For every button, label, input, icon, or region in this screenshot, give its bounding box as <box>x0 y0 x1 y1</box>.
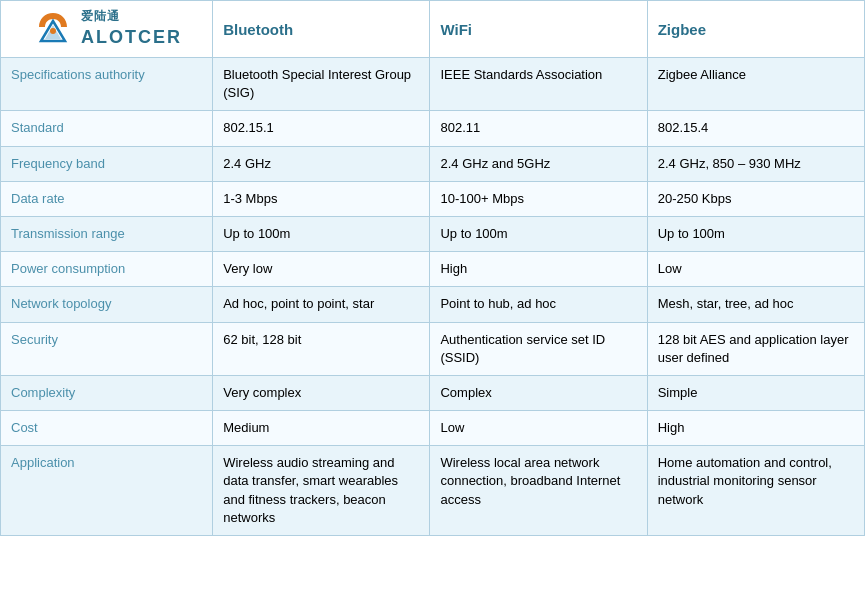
row-label: Frequency band <box>1 146 213 181</box>
header-wifi: WiFi <box>430 1 647 58</box>
row-wifi: Complex <box>430 375 647 410</box>
row-label: Application <box>1 446 213 536</box>
row-wifi: IEEE Standards Association <box>430 58 647 111</box>
logo-text: 爱陆通 ALOTCER <box>81 8 182 50</box>
header-zigbee: Zigbee <box>647 1 864 58</box>
table-row: ApplicationWireless audio streaming and … <box>1 446 865 536</box>
row-bluetooth: Wireless audio streaming and data transf… <box>213 446 430 536</box>
row-zigbee: 802.15.4 <box>647 111 864 146</box>
row-zigbee: High <box>647 411 864 446</box>
row-label: Cost <box>1 411 213 446</box>
table-row: Specifications authorityBluetooth Specia… <box>1 58 865 111</box>
row-label: Power consumption <box>1 252 213 287</box>
row-zigbee: Simple <box>647 375 864 410</box>
logo-chinese: 爱陆通 <box>81 8 120 25</box>
row-bluetooth: 62 bit, 128 bit <box>213 322 430 375</box>
logo-wrapper: 爱陆通 ALOTCER <box>9 7 204 51</box>
table-row: Frequency band2.4 GHz2.4 GHz and 5GHz2.4… <box>1 146 865 181</box>
row-wifi: Point to hub, ad hoc <box>430 287 647 322</box>
table-row: Standard802.15.1802.11802.15.4 <box>1 111 865 146</box>
table-row: Network topologyAd hoc, point to point, … <box>1 287 865 322</box>
row-zigbee: Low <box>647 252 864 287</box>
header-row: 爱陆通 ALOTCER Bluetooth WiFi Zigbee <box>1 1 865 58</box>
alotcer-logo-icon <box>31 7 75 51</box>
table-row: Power consumptionVery lowHighLow <box>1 252 865 287</box>
row-zigbee: Zigbee Alliance <box>647 58 864 111</box>
row-bluetooth: Very complex <box>213 375 430 410</box>
table-row: Security62 bit, 128 bitAuthentication se… <box>1 322 865 375</box>
row-bluetooth: 802.15.1 <box>213 111 430 146</box>
row-label: Data rate <box>1 181 213 216</box>
row-wifi: Up to 100m <box>430 216 647 251</box>
row-bluetooth: Very low <box>213 252 430 287</box>
row-bluetooth: 1-3 Mbps <box>213 181 430 216</box>
row-label: Specifications authority <box>1 58 213 111</box>
row-wifi: 10-100+ Mbps <box>430 181 647 216</box>
row-wifi: Wireless local area network connection, … <box>430 446 647 536</box>
row-bluetooth: Bluetooth Special Interest Group (SIG) <box>213 58 430 111</box>
row-zigbee: 128 bit AES and application layer user d… <box>647 322 864 375</box>
comparison-table: 爱陆通 ALOTCER Bluetooth WiFi Zigbee Specif… <box>0 0 865 536</box>
row-label: Security <box>1 322 213 375</box>
table-row: ComplexityVery complexComplexSimple <box>1 375 865 410</box>
row-zigbee: 2.4 GHz, 850 – 930 MHz <box>647 146 864 181</box>
row-bluetooth: Medium <box>213 411 430 446</box>
table-row: Data rate1-3 Mbps10-100+ Mbps20-250 Kbps <box>1 181 865 216</box>
row-wifi: Authentication service set ID (SSID) <box>430 322 647 375</box>
row-label: Standard <box>1 111 213 146</box>
table-row: CostMediumLowHigh <box>1 411 865 446</box>
table-row: Transmission rangeUp to 100mUp to 100mUp… <box>1 216 865 251</box>
row-wifi: 802.11 <box>430 111 647 146</box>
row-bluetooth: Up to 100m <box>213 216 430 251</box>
logo-cell: 爱陆通 ALOTCER <box>1 1 213 58</box>
logo-english: ALOTCER <box>81 25 182 50</box>
row-bluetooth: Ad hoc, point to point, star <box>213 287 430 322</box>
row-zigbee: Home automation and control, industrial … <box>647 446 864 536</box>
row-zigbee: Mesh, star, tree, ad hoc <box>647 287 864 322</box>
row-label: Transmission range <box>1 216 213 251</box>
row-wifi: 2.4 GHz and 5GHz <box>430 146 647 181</box>
row-zigbee: 20-250 Kbps <box>647 181 864 216</box>
row-label: Network topology <box>1 287 213 322</box>
row-wifi: Low <box>430 411 647 446</box>
svg-point-2 <box>50 28 56 34</box>
row-zigbee: Up to 100m <box>647 216 864 251</box>
row-bluetooth: 2.4 GHz <box>213 146 430 181</box>
header-bluetooth: Bluetooth <box>213 1 430 58</box>
row-label: Complexity <box>1 375 213 410</box>
row-wifi: High <box>430 252 647 287</box>
